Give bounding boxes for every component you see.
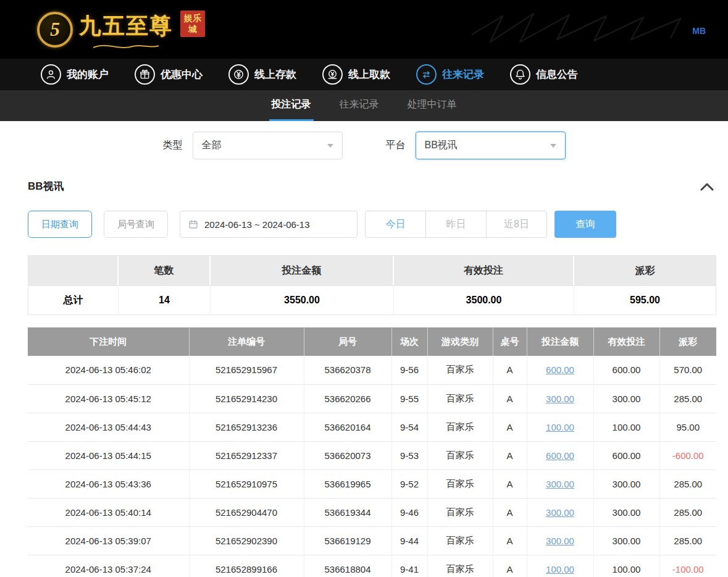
nav-item-my-account[interactable]: 我的账户: [41, 64, 109, 85]
chevron-down-icon: [550, 144, 556, 148]
cell-bet[interactable]: 100.00: [527, 555, 593, 577]
summary-header-bet-amount: 投注金额: [211, 256, 394, 285]
cell-order: 521652910975: [189, 470, 304, 498]
redaction-scribble: [467, 9, 692, 49]
cell-order: 521652902390: [189, 526, 304, 555]
summary-header-count: 笔数: [119, 256, 211, 285]
nav-item-label: 信息公告: [536, 67, 578, 82]
cell-valid: 600.00: [593, 356, 659, 384]
yesterday-button[interactable]: 昨日: [425, 211, 487, 238]
cell-bet[interactable]: 600.00: [527, 441, 593, 470]
platform-filter-label: 平台: [386, 139, 406, 152]
cell-order: 521652914230: [189, 384, 304, 413]
user-icon: [41, 64, 61, 85]
table-row: 2024-06-13 05:44:43521652913236536620164…: [28, 413, 716, 441]
tab-pending-orders[interactable]: 处理中订单: [405, 90, 459, 121]
cell-table: A: [493, 526, 527, 555]
date-range-input[interactable]: 2024-06-13 ~ 2024-06-13: [180, 211, 358, 238]
summary-header-payout: 派彩: [574, 256, 716, 285]
cell-table: A: [493, 413, 527, 441]
cell-bet[interactable]: 300.00: [527, 384, 593, 413]
cell-game: 百家乐: [427, 356, 493, 384]
table-row: 2024-06-13 05:45:12521652914230536620266…: [28, 384, 716, 413]
section-title: BB视讯: [28, 179, 64, 193]
summary-total-valid-bet: 3500.00: [394, 285, 574, 314]
tab-transaction-records[interactable]: 往来记录: [337, 90, 382, 121]
logo-badge: 娱乐城: [180, 11, 205, 37]
cell-bet[interactable]: 300.00: [527, 470, 593, 498]
nav-item-announcements[interactable]: 信息公告: [510, 64, 578, 85]
summary-total-bet-amount: 3550.00: [211, 285, 394, 314]
cell-bet[interactable]: 600.00: [527, 356, 593, 384]
cell-time: 2024-06-13 05:40:14: [28, 498, 189, 526]
cell-order: 521652904470: [189, 498, 304, 526]
round-query-button[interactable]: 局号查询: [104, 211, 168, 238]
cell-round: 536618804: [304, 555, 391, 577]
cell-order: 521652899166: [189, 555, 304, 577]
nav-item-promotions[interactable]: 优惠中心: [135, 64, 203, 85]
platform-select[interactable]: BB视讯: [416, 132, 566, 159]
col-bet-amount: 投注金额: [527, 327, 593, 356]
transfer-arrows-icon: [416, 64, 437, 85]
cell-session: 9-41: [391, 555, 427, 577]
calendar-icon: [188, 219, 199, 230]
summary-header-cell: [28, 256, 119, 285]
bet-table-body: 2024-06-13 05:46:02521652915967536620378…: [28, 356, 716, 577]
cell-game: 百家乐: [427, 384, 493, 413]
cell-bet[interactable]: 300.00: [527, 526, 593, 555]
today-button[interactable]: 今日: [365, 211, 426, 238]
cell-payout: 285.00: [659, 498, 716, 526]
cell-payout: 285.00: [659, 470, 716, 498]
nav-item-records[interactable]: 往来记录: [416, 64, 484, 85]
table-header-row: 下注时间 注单编号 局号 场次 游戏类别 桌号 投注金额 有效投注 派彩: [28, 327, 716, 356]
cell-session: 9-52: [391, 470, 427, 498]
cell-time: 2024-06-13 05:37:24: [28, 555, 189, 577]
last-8-days-button[interactable]: 近8日: [486, 211, 547, 238]
collapse-section-button[interactable]: [698, 180, 716, 193]
page: 5 九五至尊 娱乐城 MB 我的账户 优惠中心: [0, 0, 728, 577]
cell-session: 9-44: [391, 526, 427, 555]
cell-valid: 600.00: [593, 441, 659, 470]
summary-total-label: 总计: [28, 285, 119, 314]
nav-item-withdrawal[interactable]: 线上取款: [322, 64, 390, 85]
cell-payout: -600.00: [659, 441, 716, 470]
date-query-button[interactable]: 日期查询: [28, 211, 92, 238]
logo-flourish-icon: [92, 44, 160, 50]
site-logo[interactable]: 5 九五至尊 娱乐城: [37, 11, 205, 48]
currency-label: MB: [692, 26, 706, 36]
cell-game: 百家乐: [427, 526, 493, 555]
bell-icon: [510, 64, 530, 85]
cell-game: 百家乐: [427, 555, 493, 577]
cell-valid: 300.00: [593, 526, 659, 555]
cell-session: 9-56: [391, 356, 427, 384]
tab-bet-records[interactable]: 投注记录: [269, 90, 314, 121]
cell-valid: 100.00: [593, 555, 659, 577]
cell-payout: 95.00: [659, 413, 716, 441]
cell-table: A: [493, 441, 527, 470]
search-button[interactable]: 查询: [554, 211, 616, 238]
summary-header-valid-bet: 有效投注: [394, 256, 574, 285]
nav-item-label: 线上取款: [348, 67, 390, 82]
logo-brand: 九五至尊: [79, 11, 173, 48]
table-row: 2024-06-13 05:43:36521652910975536619965…: [28, 470, 716, 498]
cell-table: A: [493, 555, 527, 577]
cell-time: 2024-06-13 05:46:02: [28, 356, 189, 384]
cell-time: 2024-06-13 05:39:07: [28, 526, 189, 555]
cell-valid: 100.00: [593, 413, 659, 441]
platform-select-value: BB视讯: [425, 139, 458, 152]
table-row: 2024-06-13 05:40:14521652904470536619344…: [28, 498, 716, 526]
cell-valid: 300.00: [593, 498, 659, 526]
cell-bet[interactable]: 300.00: [527, 498, 593, 526]
type-select[interactable]: 全部: [193, 132, 343, 159]
cell-round: 536620164: [304, 413, 391, 441]
cell-payout: 285.00: [659, 384, 716, 413]
cell-payout: -100.00: [659, 555, 716, 577]
nav-item-deposit[interactable]: 线上存款: [228, 64, 296, 85]
cell-payout: 570.00: [659, 356, 716, 384]
nav-item-label: 往来记录: [442, 67, 484, 82]
nav-item-label: 优惠中心: [161, 67, 203, 82]
table-row: 2024-06-13 05:37:24521652899166536618804…: [28, 555, 716, 577]
cell-table: A: [493, 498, 527, 526]
filter-row: 类型 全部 平台 BB视讯: [0, 132, 728, 159]
cell-bet[interactable]: 100.00: [527, 413, 593, 441]
